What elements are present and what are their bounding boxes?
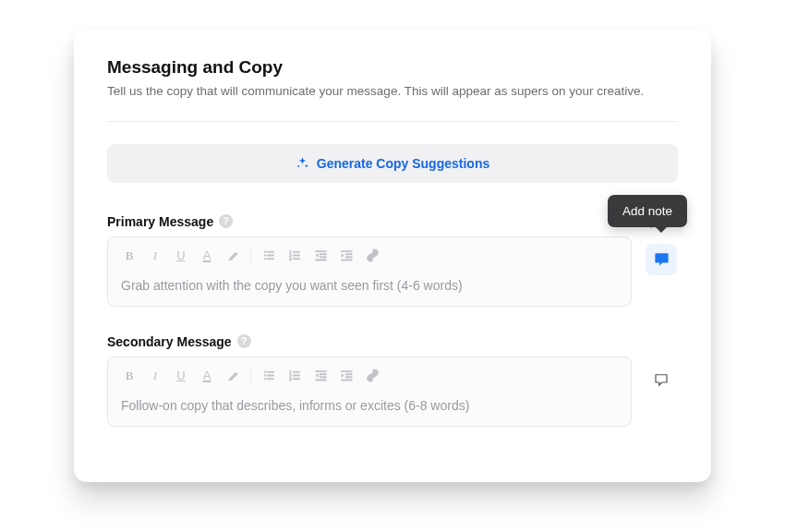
svg-rect-14 (320, 257, 326, 258)
secondary-field-row: B I U A 123 (107, 357, 678, 427)
outdent-icon[interactable] (308, 365, 332, 387)
svg-rect-39 (341, 380, 351, 381)
add-note-button-secondary[interactable] (646, 364, 677, 395)
comment-icon (653, 371, 670, 388)
generate-copy-button[interactable]: Generate Copy Suggestions (107, 144, 678, 183)
svg-point-20 (264, 371, 266, 373)
link-icon[interactable] (360, 365, 384, 387)
underline-icon[interactable]: U (169, 245, 193, 267)
indent-icon[interactable] (334, 365, 358, 387)
svg-rect-4 (267, 255, 273, 256)
numbered-list-icon[interactable]: 123 (283, 365, 307, 387)
divider (107, 121, 678, 122)
comment-icon (653, 250, 670, 268)
bold-icon[interactable]: B (117, 365, 141, 387)
svg-point-22 (264, 379, 266, 381)
underline-icon[interactable]: U (169, 365, 193, 387)
svg-rect-16 (341, 251, 351, 252)
svg-rect-33 (320, 374, 326, 375)
svg-rect-36 (341, 371, 351, 372)
highlight-icon[interactable] (221, 245, 245, 267)
toolbar-separator (250, 369, 251, 383)
help-icon[interactable]: ? (219, 214, 233, 228)
svg-rect-15 (315, 260, 325, 260)
bullet-list-icon[interactable] (257, 365, 281, 387)
svg-rect-24 (267, 375, 273, 376)
secondary-editor: B I U A 123 (107, 357, 632, 427)
primary-editor: B I U A 123 (107, 236, 632, 307)
svg-rect-13 (320, 254, 326, 255)
messaging-copy-card: Messaging and Copy Tell us the copy that… (74, 30, 711, 482)
card-title: Messaging and Copy (107, 57, 678, 78)
secondary-message-label: Secondary Message (107, 334, 232, 349)
primary-message-input[interactable] (108, 269, 631, 306)
generate-copy-label: Generate Copy Suggestions (317, 156, 489, 171)
svg-rect-34 (320, 377, 326, 378)
svg-point-21 (264, 375, 266, 377)
svg-rect-10 (293, 255, 299, 256)
secondary-toolbar: B I U A 123 (108, 357, 631, 389)
secondary-message-input[interactable] (108, 389, 631, 426)
svg-rect-35 (315, 380, 325, 381)
svg-rect-23 (267, 372, 273, 373)
numbered-list-icon[interactable]: 123 (283, 245, 307, 267)
font-color-icon[interactable]: A (195, 245, 219, 267)
add-note-button-primary[interactable] (646, 244, 677, 275)
primary-label-row: Primary Message ? Required (107, 214, 678, 229)
svg-rect-18 (345, 257, 352, 258)
add-note-tooltip: Add note (608, 195, 687, 227)
svg-rect-9 (293, 252, 299, 253)
italic-icon[interactable]: I (143, 365, 167, 387)
card-subtitle: Tell us the copy that will communicate y… (107, 83, 678, 101)
primary-field-row: B I U A 123 (107, 236, 678, 307)
outdent-icon[interactable] (308, 245, 332, 267)
svg-rect-29 (293, 372, 299, 373)
svg-rect-30 (293, 375, 299, 376)
svg-rect-37 (345, 374, 352, 375)
highlight-icon[interactable] (221, 365, 245, 387)
svg-point-0 (264, 251, 266, 253)
svg-rect-31 (293, 379, 299, 380)
svg-rect-25 (267, 379, 273, 380)
svg-rect-32 (315, 371, 325, 372)
svg-rect-17 (345, 254, 352, 255)
bold-icon[interactable]: B (117, 245, 141, 267)
svg-rect-19 (341, 260, 351, 260)
font-color-icon[interactable]: A (195, 365, 219, 387)
svg-rect-3 (267, 252, 273, 253)
svg-text:3: 3 (289, 377, 292, 381)
sparkle-icon (296, 156, 309, 170)
svg-text:3: 3 (289, 257, 292, 261)
svg-rect-38 (345, 377, 352, 378)
svg-point-2 (264, 259, 266, 260)
italic-icon[interactable]: I (143, 245, 167, 267)
svg-rect-12 (315, 251, 325, 252)
secondary-label-row: Secondary Message ? (107, 334, 678, 349)
link-icon[interactable] (360, 245, 384, 267)
toolbar-separator (250, 248, 251, 263)
primary-toolbar: B I U A 123 (108, 237, 631, 269)
bullet-list-icon[interactable] (257, 245, 281, 267)
primary-message-label: Primary Message (107, 214, 213, 229)
indent-icon[interactable] (334, 245, 358, 267)
svg-rect-11 (293, 259, 299, 260)
help-icon[interactable]: ? (237, 334, 251, 348)
svg-rect-5 (267, 259, 273, 260)
svg-point-1 (264, 255, 266, 257)
